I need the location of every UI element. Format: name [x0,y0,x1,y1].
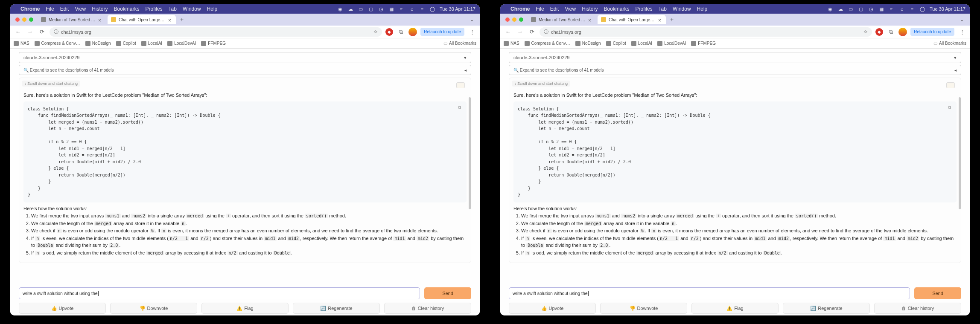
bookmark-compress[interactable]: Compress & Conv… [525,41,570,46]
chrome-menu-icon[interactable]: ⋮ [468,28,476,36]
copy-code-icon[interactable]: ⧉ [948,104,954,110]
tab-chat[interactable]: Chat with Open Large Langu… × [108,15,176,24]
clear-history-button[interactable]: 🗑 Clear history [384,303,471,314]
menu-profiles[interactable]: Profiles [636,6,653,12]
bookmark-nas[interactable]: NAS [504,41,519,46]
control-center-icon[interactable]: ≡ [419,6,425,12]
display-icon[interactable]: ▭ [848,6,854,12]
upvote-button[interactable]: 👍 Upvote [509,303,596,314]
tab-menu-icon[interactable]: ⌄ [957,17,967,23]
scrollbar[interactable] [468,50,471,284]
menu-tab[interactable]: Tab [659,6,667,12]
display-icon[interactable]: ▭ [358,6,364,12]
omnibox[interactable]: ⓘ chat.lmsys.org ☆ [50,27,382,37]
back-button[interactable]: ← [504,28,512,36]
menu-bookmarks[interactable]: Bookmarks [604,6,630,12]
record-icon[interactable]: ◉ [337,6,343,12]
maximize-window-button[interactable] [29,17,33,22]
upvote-button[interactable]: 👍 Upvote [19,303,106,314]
regenerate-button[interactable]: 🔄 Regenerate [293,303,380,314]
downvote-button[interactable]: 👎 Downvote [110,303,197,314]
back-button[interactable]: ← [14,28,22,36]
reload-button[interactable]: ⟳ [528,28,536,36]
expand-models-row[interactable]: 🔍 Expand to see the descriptions of 41 m… [509,65,961,75]
search-icon[interactable]: ⌕ [899,6,905,12]
control-center-icon[interactable]: ≡ [909,6,915,12]
reload-button[interactable]: ⟳ [38,28,46,36]
siri-icon[interactable]: ◯ [429,6,435,12]
battery-icon[interactable]: ▢ [858,6,864,12]
scrollbar[interactable] [958,50,961,284]
chat-input[interactable]: write a swift solution without using the [509,287,910,299]
chrome-menu-icon[interactable]: ⋮ [958,28,966,36]
site-info-icon[interactable]: ⓘ [544,29,548,35]
extension-adblock-icon[interactable]: ◆ [875,28,883,36]
menu-window[interactable]: Window [183,6,201,12]
bookmark-copilot[interactable]: Copilot [606,41,626,46]
siri-icon[interactable]: ◯ [919,6,925,12]
send-button[interactable]: Send [914,287,961,299]
bookmark-ffmpeg[interactable]: FFMPEG [691,41,716,46]
all-bookmarks-button[interactable]: ▭ All Bookmarks [443,41,476,46]
app-name[interactable]: Chrome [20,6,40,12]
screen-icon[interactable]: ▦ [388,6,394,12]
menu-history[interactable]: History [582,6,598,12]
new-tab-button[interactable]: + [668,15,676,24]
search-icon[interactable]: ⌕ [409,6,415,12]
bookmark-compress[interactable]: Compress & Conv… [35,41,80,46]
menubar-clock[interactable]: Tue 30 Apr 11:17 [440,6,475,12]
tab-close-icon[interactable]: × [588,17,592,22]
bookmark-localai[interactable]: LocalAI [631,41,652,46]
new-tab-button[interactable]: + [178,15,186,24]
flag-button[interactable]: ⚠️ Flag [691,303,779,314]
menu-history[interactable]: History [92,6,108,12]
tab-chat[interactable]: Chat with Open Large Langu… × [598,15,666,24]
forward-button[interactable]: → [26,28,34,36]
minimize-window-button[interactable] [512,17,516,22]
menu-bookmarks[interactable]: Bookmarks [114,6,140,12]
model-selector[interactable]: claude-3-sonnet-20240229 ▾ [19,52,471,63]
flag-button[interactable]: ⚠️ Flag [201,303,289,314]
extension-adblock-icon[interactable]: ◆ [385,28,393,36]
menu-help[interactable]: Help [207,6,218,12]
wifi-icon[interactable]: ᯤ [399,6,405,12]
chat-input[interactable]: write a swift solution without using the [19,287,420,299]
scrollbar-thumb[interactable] [469,97,471,209]
menu-window[interactable]: Window [673,6,691,12]
bookmark-localai[interactable]: LocalAI [141,41,162,46]
battery-icon[interactable]: ▢ [368,6,374,12]
all-bookmarks-button[interactable]: ▭ All Bookmarks [933,41,966,46]
tab-median[interactable]: Median of Two Sorted Array… × [528,15,596,24]
screen-icon[interactable]: ▦ [878,6,884,12]
maximize-window-button[interactable] [519,17,523,22]
extensions-icon[interactable]: ⧉ [397,28,405,36]
clear-history-button[interactable]: 🗑 Clear history [874,303,961,314]
tab-close-icon[interactable]: × [658,17,662,22]
site-info-icon[interactable]: ⓘ [54,29,58,35]
chat-icon[interactable]: ☁ [347,6,353,12]
chat-icon[interactable]: ☁ [837,6,843,12]
tab-close-icon[interactable]: × [98,17,102,22]
clock-icon[interactable]: ◷ [868,6,874,12]
downvote-button[interactable]: 👎 Downvote [600,303,687,314]
regenerate-button[interactable]: 🔄 Regenerate [783,303,870,314]
tab-close-icon[interactable]: × [168,17,172,22]
send-button[interactable]: Send [424,287,471,299]
bookmark-nas[interactable]: NAS [14,41,29,46]
bookmark-nodesign[interactable]: NoDesign [575,41,601,46]
tab-menu-icon[interactable]: ⌄ [467,17,477,23]
expand-models-row[interactable]: 🔍 Expand to see the descriptions of 41 m… [19,65,471,75]
clock-icon[interactable]: ◷ [378,6,384,12]
relaunch-button[interactable]: Relaunch to update [420,28,464,36]
star-icon[interactable]: ☆ [863,29,868,35]
extensions-icon[interactable]: ⧉ [887,28,895,36]
relaunch-button[interactable]: Relaunch to update [910,28,954,36]
bookmark-copilot[interactable]: Copilot [116,41,136,46]
menu-edit[interactable]: Edit [60,6,69,12]
model-selector[interactable]: claude-3-sonnet-20240229 ▾ [509,52,961,63]
bookmark-localdevai[interactable]: LocalDevAI [167,41,196,46]
menu-file[interactable]: File [536,6,544,12]
menu-profiles[interactable]: Profiles [146,6,163,12]
menu-view[interactable]: View [565,6,576,12]
bookmark-nodesign[interactable]: NoDesign [85,41,111,46]
